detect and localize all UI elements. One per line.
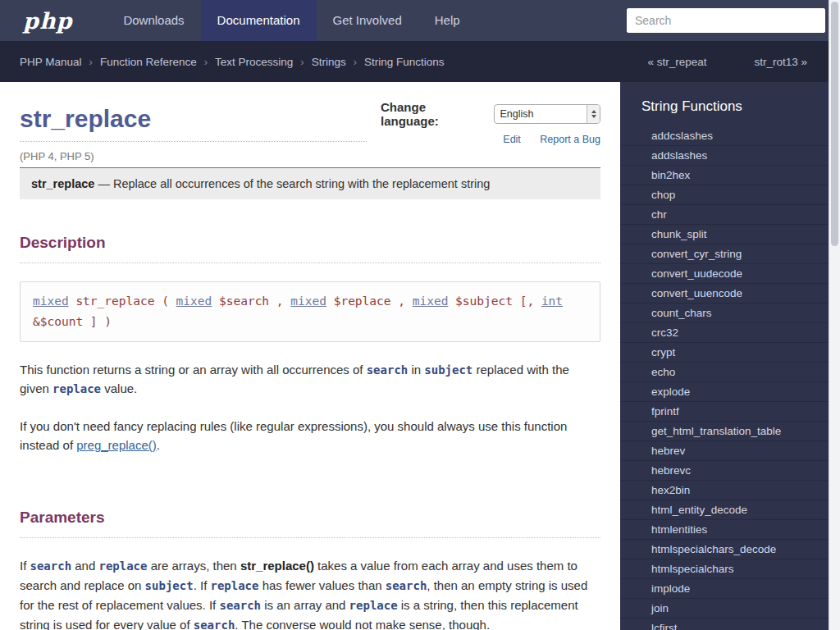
method-synopsis: mixed str_replace ( mixed $search , mixe… xyxy=(20,281,600,341)
function-sidebar: String Functions addcslashesaddslashesbi… xyxy=(620,82,829,630)
text-run: $subject [, xyxy=(448,294,541,308)
type-link[interactable]: mixed xyxy=(290,294,326,308)
text-run: replace xyxy=(98,559,147,573)
text-run: in xyxy=(408,363,424,377)
breadcrumb: PHP Manual›Function Reference›Text Proce… xyxy=(20,56,445,68)
breadcrumb-item[interactable]: PHP Manual xyxy=(20,56,82,68)
sidebar-function-link[interactable]: hebrev xyxy=(620,441,829,461)
page-pager: « str_repeat str_rot13 » xyxy=(647,56,807,68)
sidebar-function-link[interactable]: chop xyxy=(620,185,829,205)
text-run: search xyxy=(30,559,72,573)
text-run: $replace , xyxy=(326,294,413,308)
sidebar-function-link[interactable]: htmlspecialchars_decode xyxy=(620,540,829,559)
text-run: subject xyxy=(145,579,194,592)
sidebar-function-link[interactable]: join xyxy=(620,599,829,619)
breadcrumb-item[interactable]: Strings xyxy=(312,56,346,68)
type-link[interactable]: mixed xyxy=(176,294,212,308)
text-run: . If xyxy=(194,578,211,592)
prev-page-link[interactable]: « str_repeat xyxy=(647,56,706,68)
text-run: are arrays, then xyxy=(147,559,240,573)
breadcrumb-item[interactable]: String Functions xyxy=(364,56,445,68)
sidebar-function-link[interactable]: htmlspecialchars xyxy=(620,559,829,579)
sidebar-function-link[interactable]: lcfirst xyxy=(620,619,829,630)
text-run: search xyxy=(367,363,409,377)
sidebar-function-link[interactable]: explode xyxy=(620,382,829,402)
sidebar-function-link[interactable]: convert_uudecode xyxy=(620,264,829,284)
text-run: search xyxy=(194,619,235,630)
text-run: search xyxy=(219,599,261,612)
sidebar-function-link[interactable]: chr xyxy=(620,205,829,225)
text-run: is an array and xyxy=(261,598,349,612)
sidebar-function-link[interactable]: convert_cyr_string xyxy=(620,244,829,264)
breadcrumb-separator: › xyxy=(204,56,208,68)
nav-item-get-involved[interactable]: Get Involved xyxy=(317,0,418,41)
scrollbar-thumb[interactable] xyxy=(831,2,838,246)
type-link[interactable]: mixed xyxy=(413,294,449,308)
text-run: &$count ] ) xyxy=(33,315,112,328)
sidebar-function-link[interactable]: convert_uuencode xyxy=(620,284,829,304)
text-run: This function returns a string or an arr… xyxy=(20,363,367,377)
search-input[interactable] xyxy=(627,8,825,33)
text-run: If xyxy=(20,559,30,573)
manual-content: Change language: English Edit Report a B… xyxy=(0,82,620,630)
page: php DownloadsDocumentationGet InvolvedHe… xyxy=(0,0,829,630)
text-run: and xyxy=(71,559,98,573)
sidebar-function-link[interactable]: implode xyxy=(620,579,829,599)
text-run: replace xyxy=(52,382,101,395)
php-version-info: (PHP 4, PHP 5) xyxy=(20,150,600,162)
sidebar-function-link[interactable]: addcslashes xyxy=(620,126,829,146)
sidebar-function-link[interactable]: hex2bin xyxy=(620,481,829,500)
text-run: str_replace ( xyxy=(69,294,176,308)
breadcrumb-item[interactable]: Text Processing xyxy=(215,56,293,68)
parameters-paragraph: If search and replace are arrays, then s… xyxy=(20,556,600,630)
select-stepper-icon xyxy=(587,105,600,123)
nav-item-downloads[interactable]: Downloads xyxy=(107,0,200,41)
text-run: str_replace xyxy=(31,177,94,190)
language-select[interactable]: English xyxy=(494,104,601,124)
sidebar-function-link[interactable]: bin2hex xyxy=(620,166,829,185)
text-run: replace xyxy=(349,599,398,612)
language-selected-value: English xyxy=(495,108,587,120)
text-run: . xyxy=(157,438,160,452)
sidebar-function-link[interactable]: crypt xyxy=(620,343,829,363)
text-run: — Replace all occurrences of the search … xyxy=(94,177,490,190)
nav-item-help[interactable]: Help xyxy=(418,0,477,41)
php-logo[interactable]: php xyxy=(23,8,72,34)
next-page-link[interactable]: str_rot13 » xyxy=(754,56,807,68)
sidebar-function-link[interactable]: fprintf xyxy=(620,402,829,422)
report-bug-link[interactable]: Report a Bug xyxy=(540,134,600,145)
page-scrollbar[interactable] xyxy=(829,0,840,630)
sidebar-function-link[interactable]: get_html_translation_table xyxy=(620,422,829,441)
text-run: search xyxy=(386,579,427,592)
language-box: Change language: English Edit Report a B… xyxy=(381,100,600,145)
sidebar-function-link[interactable]: addslashes xyxy=(620,146,829,166)
type-link[interactable]: int xyxy=(541,294,563,308)
top-navbar: php DownloadsDocumentationGet InvolvedHe… xyxy=(0,0,829,41)
breadcrumb-item[interactable]: Function Reference xyxy=(100,56,197,68)
edit-link[interactable]: Edit xyxy=(503,134,521,145)
nav-item-documentation[interactable]: Documentation xyxy=(201,0,317,41)
sidebar-function-link[interactable]: hebrevc xyxy=(620,461,829,481)
text-run: replace xyxy=(210,579,258,592)
doc-link[interactable]: preg_replace() xyxy=(76,438,157,452)
sidebar-function-link[interactable]: html_entity_decode xyxy=(620,500,829,520)
description-paragraph: This function returns a string or an arr… xyxy=(20,360,600,399)
breadcrumb-separator: › xyxy=(354,56,357,68)
sidebar-function-link[interactable]: crc32 xyxy=(620,323,829,343)
page-title: str_replace xyxy=(20,105,367,142)
description-paragraph: If you don't need fancy replacing rules … xyxy=(20,417,600,455)
sidebar-function-link[interactable]: count_chars xyxy=(620,304,829,323)
text-run: str_replace() xyxy=(240,559,314,573)
text-run: value. xyxy=(101,381,137,395)
type-link[interactable]: mixed xyxy=(33,294,69,308)
section-heading-description: Description xyxy=(20,234,600,263)
sidebar-function-link[interactable]: htmlentities xyxy=(620,520,829,540)
breadcrumb-separator: › xyxy=(300,56,304,68)
sidebar-function-link[interactable]: echo xyxy=(620,363,829,382)
sidebar-title: String Functions xyxy=(641,98,829,115)
change-language-label: Change language: xyxy=(381,100,486,128)
sidebar-function-list: addcslashesaddslashesbin2hexchopchrchunk… xyxy=(620,126,829,630)
sidebar-function-link[interactable]: chunk_split xyxy=(620,225,829,244)
text-run: $search , xyxy=(212,294,290,308)
text-run: has fewer values than xyxy=(258,578,385,592)
